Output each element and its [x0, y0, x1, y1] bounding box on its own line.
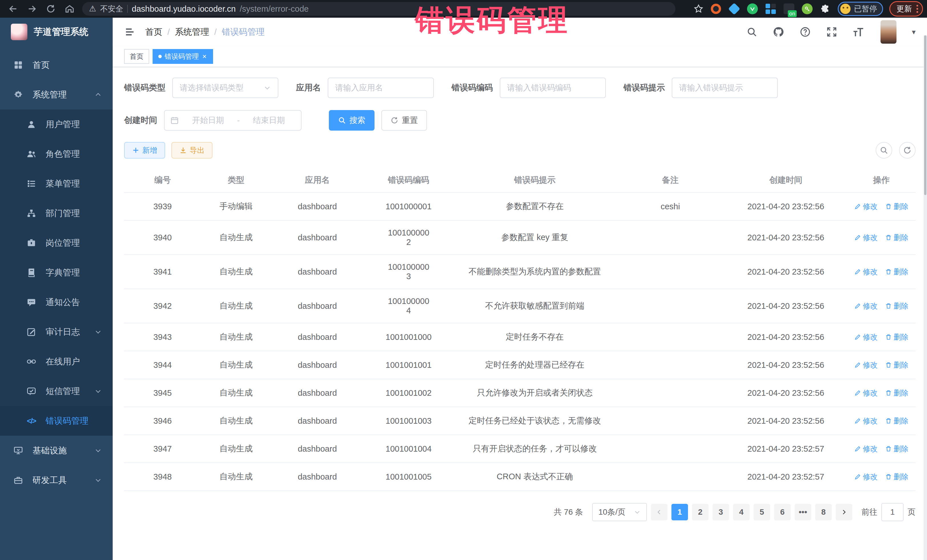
- app-name-input[interactable]: [328, 77, 434, 98]
- error-type-select[interactable]: 请选择错误码类型: [172, 77, 278, 98]
- edit-link[interactable]: 修改: [854, 388, 878, 398]
- audit-log-icon: [26, 327, 37, 337]
- page-button[interactable]: 2: [692, 504, 708, 521]
- sidebar-item-infrastructure[interactable]: 基础设施: [0, 436, 112, 465]
- delete-link[interactable]: 删除: [885, 416, 909, 426]
- delete-link[interactable]: 删除: [885, 233, 909, 243]
- extensions-puzzle-icon[interactable]: [819, 3, 831, 15]
- sidebar-item-notice-mgmt[interactable]: 通知公告: [0, 287, 112, 317]
- online-user-icon: [26, 357, 37, 366]
- extension-orange-icon[interactable]: [710, 3, 722, 15]
- close-icon[interactable]: [202, 54, 207, 59]
- edit-link[interactable]: 修改: [854, 472, 878, 482]
- sidebar-item-online-users[interactable]: 在线用户: [0, 347, 112, 376]
- delete-link[interactable]: 删除: [885, 444, 909, 454]
- trash-icon: [885, 361, 892, 369]
- page-button[interactable]: 6: [774, 504, 791, 521]
- not-secure-label: 不安全: [100, 4, 123, 14]
- extension-vue-icon[interactable]: [746, 3, 758, 15]
- fullscreen-icon[interactable]: [826, 27, 837, 37]
- page-button[interactable]: 8: [815, 504, 832, 521]
- table-refresh-icon[interactable]: [899, 142, 916, 159]
- error-code-input[interactable]: [500, 77, 606, 98]
- reload-icon[interactable]: [45, 3, 56, 15]
- edit-link[interactable]: 修改: [854, 301, 878, 311]
- sidebar-item-system[interactable]: 系统管理: [0, 80, 112, 109]
- font-size-icon[interactable]: [853, 27, 865, 37]
- delete-link[interactable]: 删除: [885, 301, 909, 311]
- export-button[interactable]: 导出: [172, 142, 213, 159]
- delete-link[interactable]: 删除: [885, 472, 909, 482]
- avatar-caret-icon[interactable]: ▾: [912, 28, 916, 36]
- reset-button[interactable]: 重置: [381, 110, 427, 131]
- sidebar-item-dict-mgmt[interactable]: 字典管理: [0, 258, 112, 287]
- page-button[interactable]: 3: [713, 504, 729, 521]
- sidebar-item-post-mgmt[interactable]: 岗位管理: [0, 228, 112, 258]
- edit-link[interactable]: 修改: [854, 444, 878, 454]
- browser-menu-icon[interactable]: [916, 5, 918, 13]
- sidebar-item-menu-mgmt[interactable]: 菜单管理: [0, 169, 112, 199]
- update-button[interactable]: 更新: [889, 1, 923, 17]
- delete-link[interactable]: 删除: [885, 332, 909, 342]
- edit-link[interactable]: 修改: [854, 360, 878, 370]
- profile-paused-pill[interactable]: 已暂停: [838, 2, 883, 16]
- home-icon[interactable]: [64, 3, 75, 15]
- back-icon[interactable]: [8, 3, 19, 15]
- edit-link[interactable]: 修改: [854, 332, 878, 342]
- extension-key-icon[interactable]: [801, 3, 813, 15]
- error-msg-input[interactable]: [672, 77, 778, 98]
- sidebar-item-devtools[interactable]: 研发工具: [0, 465, 112, 495]
- add-button[interactable]: 新增: [124, 142, 165, 159]
- sidebar-item-audit-log[interactable]: 审计日志: [0, 317, 112, 347]
- sidebar-item-user-mgmt[interactable]: 用户管理: [0, 109, 112, 139]
- forward-icon[interactable]: [26, 3, 38, 15]
- table-search-icon[interactable]: [876, 142, 892, 159]
- github-icon[interactable]: [773, 26, 784, 38]
- tab-error-code[interactable]: 错误码管理: [153, 49, 213, 64]
- help-icon[interactable]: [799, 26, 811, 38]
- profile-avatar: [840, 4, 851, 14]
- scrollbar[interactable]: [924, 35, 927, 560]
- scrollbar-thumb[interactable]: [924, 35, 926, 195]
- active-dot-icon: [158, 55, 162, 58]
- bookmark-star-icon[interactable]: [693, 4, 704, 14]
- tab-home[interactable]: 首页: [124, 49, 149, 64]
- delete-link[interactable]: 删除: [885, 388, 909, 398]
- page-size-select[interactable]: 10条/页: [592, 503, 647, 521]
- sidebar-item-label: 岗位管理: [46, 237, 80, 249]
- sidebar-item-role-mgmt[interactable]: 角色管理: [0, 139, 112, 169]
- prev-page-button[interactable]: [651, 504, 667, 521]
- edit-link[interactable]: 修改: [854, 267, 878, 277]
- sidebar-item-sms-mgmt[interactable]: 短信管理: [0, 376, 112, 406]
- search-button[interactable]: 搜索: [329, 110, 374, 131]
- extension-grid-icon[interactable]: [765, 3, 777, 15]
- goto-page-input[interactable]: [881, 503, 904, 521]
- date-range-picker[interactable]: 开始日期 - 结束日期: [164, 110, 301, 131]
- sidebar-item-dept-mgmt[interactable]: 部门管理: [0, 199, 112, 228]
- download-icon: [179, 147, 187, 154]
- page-button[interactable]: 1: [672, 504, 688, 521]
- extension-gem-icon[interactable]: [728, 3, 740, 15]
- app-title: 芋道管理系统: [33, 26, 88, 38]
- hamburger-icon[interactable]: [124, 26, 135, 38]
- header-search-icon[interactable]: [746, 27, 757, 37]
- breadcrumb-home[interactable]: 首页: [145, 26, 162, 38]
- edit-link[interactable]: 修改: [854, 416, 878, 426]
- delete-link[interactable]: 删除: [885, 202, 909, 212]
- sidebar-item-error-code[interactable]: </> 错误码管理: [0, 406, 112, 436]
- edit-link[interactable]: 修改: [854, 233, 878, 243]
- page-button[interactable]: 5: [754, 504, 770, 521]
- edit-link[interactable]: 修改: [854, 202, 878, 212]
- delete-link[interactable]: 删除: [885, 360, 909, 370]
- user-avatar[interactable]: [880, 20, 897, 44]
- delete-link[interactable]: 删除: [885, 267, 909, 277]
- breadcrumb-parent[interactable]: 系统管理: [175, 26, 209, 38]
- more-pages-button[interactable]: •••: [795, 504, 811, 521]
- extension-switch-icon[interactable]: on: [783, 3, 795, 15]
- not-secure-warning-icon: ⚠: [89, 5, 96, 13]
- address-bar[interactable]: ⚠ 不安全 dashboard.yudao.iocoder.cn/system/…: [82, 2, 675, 16]
- next-page-button[interactable]: [836, 504, 852, 521]
- sidebar-item-home[interactable]: 首页: [0, 50, 112, 80]
- page-button[interactable]: 4: [733, 504, 749, 521]
- error-code-table: 编号 类型 应用名 错误码编码 错误码提示 备注 创建时间 操作 3939 手动…: [124, 168, 916, 491]
